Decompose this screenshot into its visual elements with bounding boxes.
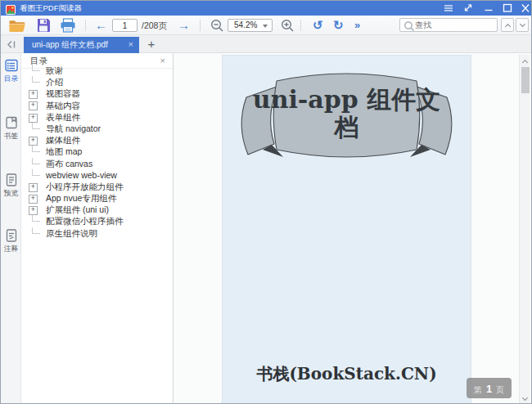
scroll-down-button[interactable] [520, 392, 530, 403]
toc-item[interactable]: 地图 map [21, 146, 173, 157]
open-file-icon[interactable] [8, 16, 26, 35]
zoom-out-icon[interactable] [210, 16, 224, 35]
toc-item[interactable]: 小程序开放能力组件 [21, 181, 173, 192]
tab-label: uni-app 组件文档.pdf [32, 37, 108, 53]
side-icon-strip: 目录 书签 预览 [1, 53, 21, 404]
toc-item[interactable]: webview web-view [21, 169, 173, 181]
main-area: 目录 书签 预览 [1, 53, 531, 404]
toolbar: ← /208页 → 54.2% ↺ ↻ » [1, 16, 531, 35]
scroll-up-button[interactable] [520, 55, 530, 66]
toc-item[interactable]: 配置微信小程序插件 [21, 215, 173, 227]
window-title: 看图王PDF阅读器 [20, 1, 82, 16]
sidebar-item-annotations[interactable]: 注释 [1, 228, 21, 254]
vertical-scrollbar[interactable] [519, 55, 530, 403]
page-badge-prefix: 第 [474, 385, 482, 394]
title-ribbon-banner: uni-app 组件文 档 [233, 63, 460, 171]
toc-item[interactable]: 视图容器 [21, 88, 173, 99]
zoom-in-icon[interactable] [281, 16, 295, 35]
chevron-up-icon [522, 60, 528, 65]
save-icon[interactable] [36, 16, 51, 35]
chevron-down-icon [520, 21, 525, 27]
search-input[interactable] [415, 20, 495, 30]
rotate-right-icon[interactable]: ↻ [333, 16, 344, 35]
document-title-line2: 档 [233, 114, 460, 141]
next-page-icon[interactable]: → [178, 16, 190, 35]
toc-item[interactable]: 画布 canvas [21, 158, 173, 169]
title-bar: 看图王PDF阅读器 [1, 1, 531, 16]
sidebar-item-label: 书签 [2, 132, 20, 141]
page-footer-text: 书栈(BookStack.CN) [223, 363, 471, 385]
page-badge-number: 1 [486, 383, 492, 395]
new-tab-button[interactable]: + [143, 35, 160, 53]
minimize-icon[interactable] [483, 3, 496, 13]
search-previous-button[interactable] [501, 18, 514, 32]
scrollbar-thumb[interactable] [521, 67, 530, 93]
toc-item[interactable]: App nvue专用组件 [21, 192, 173, 204]
previous-page-icon[interactable]: ← [95, 16, 107, 35]
tab-close-icon[interactable]: × [128, 37, 133, 53]
page-badge-suffix: 页 [496, 385, 504, 394]
document-title-line1: uni-app 组件文 [233, 86, 460, 114]
bookmark-icon [4, 115, 19, 130]
toolbar-separator [200, 20, 201, 31]
toc-item[interactable]: 致谢 [21, 65, 173, 76]
toc-item[interactable]: 导航 navigator [21, 123, 173, 134]
sidebar-item-label: 目录 [2, 74, 20, 84]
document-view: uni-app 组件文 档 书栈(BookStack.CN) 第1页 [174, 53, 531, 404]
zoom-level-value: 54.2% [234, 20, 257, 31]
toc-item[interactable]: 媒体组件 [21, 134, 173, 146]
document-title: uni-app 组件文 档 [233, 86, 460, 141]
preview-icon [4, 173, 19, 187]
close-icon[interactable] [520, 3, 532, 13]
tab-bar: uni-app 组件文档.pdf × + [1, 35, 531, 53]
tab-document[interactable]: uni-app 组件文档.pdf × [24, 37, 139, 53]
toc-item[interactable]: 扩展组件 (uni ui) [21, 204, 173, 215]
fullscreen-icon[interactable] [462, 3, 476, 13]
annotation-icon [4, 228, 19, 243]
more-tools-icon[interactable]: » [354, 16, 360, 35]
app-logo-icon [6, 3, 16, 13]
print-icon[interactable] [60, 16, 76, 35]
toc-item[interactable]: 介绍 [21, 76, 173, 88]
search-next-button[interactable] [516, 18, 529, 32]
chevron-down-icon [263, 25, 268, 28]
toc-icon [4, 58, 19, 73]
menu-icon[interactable] [443, 3, 456, 13]
sidebar-item-preview[interactable]: 预览 [1, 173, 21, 199]
sidebar-item-bookmarks[interactable]: 书签 [1, 115, 21, 141]
chevron-down-icon [522, 395, 528, 401]
search-icon [404, 20, 415, 32]
toolbar-separator [300, 20, 301, 31]
page-total-label: /208页 [142, 16, 167, 35]
chevron-up-icon [505, 24, 511, 29]
app-window: 看图王PDF阅读器 [0, 0, 532, 404]
page-indicator-badge: 第1页 [467, 378, 512, 398]
maximize-icon[interactable] [502, 3, 515, 13]
toc-list: 致谢 介绍 视图容器 基础内容 表单组件 导航 navigator 媒体组件 地… [21, 65, 173, 239]
toc-item[interactable]: 原生组件说明 [21, 227, 173, 239]
toc-item[interactable]: 基础内容 [21, 100, 173, 111]
pdf-page: uni-app 组件文 档 书栈(BookStack.CN) [222, 55, 471, 404]
sidebar-item-toc[interactable]: 目录 [1, 58, 21, 84]
sidebar-item-label: 注释 [2, 245, 20, 254]
search-box[interactable] [399, 18, 498, 32]
toc-panel: 目录 × 致谢 介绍 视图容器 基础内容 表单组件 导航 navigator 媒… [21, 53, 174, 404]
page-number-input[interactable] [112, 19, 138, 32]
collapse-sidebar-icon[interactable] [5, 38, 17, 51]
zoom-level-dropdown[interactable]: 54.2% [228, 19, 273, 32]
sidebar-item-label: 预览 [2, 189, 20, 199]
toc-item[interactable]: 表单组件 [21, 111, 173, 123]
rotate-left-icon[interactable]: ↺ [313, 16, 323, 35]
toolbar-separator [85, 20, 86, 31]
